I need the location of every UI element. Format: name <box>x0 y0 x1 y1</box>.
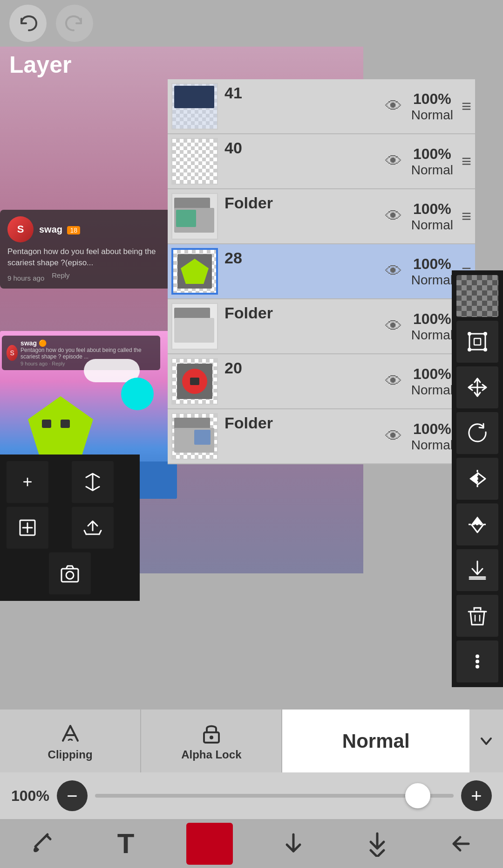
blend-mode-button[interactable]: Normal <box>282 710 469 772</box>
layer-visibility-toggle[interactable]: 👁 <box>385 262 402 281</box>
zoom-minus-button[interactable]: − <box>57 780 88 811</box>
layer-row[interactable]: Folder 👁 100% Normal ≡ <box>168 189 475 244</box>
flip-vertical-tool[interactable] <box>456 503 498 545</box>
top-bar <box>0 0 503 47</box>
text-tool-button[interactable]: T <box>102 823 149 865</box>
back-button[interactable] <box>438 823 484 865</box>
layer-row[interactable]: 41 👁 100% Normal ≡ <box>168 79 475 134</box>
add-layer-button[interactable]: + <box>7 461 48 503</box>
layer-row-selected[interactable]: 28 👁 100% Normal ≡ <box>168 244 475 299</box>
layer-menu-button[interactable]: ≡ <box>458 96 471 116</box>
svg-line-25 <box>47 835 50 839</box>
camera-button[interactable] <box>49 552 91 594</box>
layer-menu-button[interactable]: ≡ <box>458 152 471 171</box>
layer-menu-button[interactable]: ≡ <box>458 207 471 226</box>
redo-button[interactable] <box>56 5 93 42</box>
svg-point-18 <box>476 654 479 658</box>
rotate-tool[interactable] <box>456 412 498 454</box>
canvas-tools: + <box>0 455 140 601</box>
svg-point-9 <box>468 348 471 351</box>
bottom-nav: T <box>0 819 503 868</box>
send-down-button[interactable] <box>270 823 317 865</box>
layer-visibility-toggle[interactable]: 👁 <box>385 207 402 226</box>
merge-down-tool[interactable] <box>456 549 498 591</box>
svg-line-24 <box>35 834 48 847</box>
layer-opacity: 100% <box>411 90 453 108</box>
layer-opacity: 100% <box>411 420 453 438</box>
layer-blend-mode: Normal <box>411 273 453 288</box>
layer-number: 28 <box>224 247 242 267</box>
social-reply[interactable]: Reply <box>52 271 69 282</box>
svg-point-4 <box>66 572 74 579</box>
svg-point-10 <box>483 348 487 351</box>
clipping-label: Clipping <box>48 748 93 761</box>
send-bottom-button[interactable] <box>354 823 401 865</box>
zoom-thumb[interactable] <box>405 783 430 808</box>
layer-thumbnail <box>171 303 218 350</box>
svg-point-20 <box>476 665 479 668</box>
more-options-button[interactable] <box>456 641 498 682</box>
transform-tool[interactable] <box>456 321 498 363</box>
brush-tool-button[interactable] <box>19 823 65 865</box>
layer-number: 40 <box>224 137 242 157</box>
alpha-lock-button[interactable]: Alpha Lock <box>141 710 282 772</box>
layer-row[interactable]: 40 👁 100% Normal ≡ <box>168 134 475 189</box>
svg-point-19 <box>476 660 479 663</box>
undo-button[interactable] <box>9 5 47 42</box>
layer-thumbnail <box>171 83 218 130</box>
layer-number: Folder <box>224 192 273 212</box>
flip-button[interactable] <box>72 461 114 503</box>
layer-row[interactable]: Folder 👁 100% Normal ≡ <box>168 299 475 354</box>
svg-rect-6 <box>474 338 481 345</box>
layer-opacity: 100% <box>411 310 453 328</box>
layer-visibility-toggle[interactable]: 👁 <box>385 317 402 336</box>
export-button[interactable] <box>72 507 114 549</box>
add-mask-button[interactable] <box>7 507 48 549</box>
layer-thumbnail <box>171 358 218 405</box>
layer-opacity: 100% <box>411 365 453 383</box>
clipping-button[interactable]: Clipping <box>0 710 141 772</box>
blend-mode-label: Normal <box>342 730 410 752</box>
layer-number: 20 <box>224 357 242 377</box>
layer-panel: 41 👁 100% Normal ≡ 40 👁 100% Normal ≡ <box>168 79 475 464</box>
text-tool-icon: T <box>117 828 135 859</box>
layer-visibility-toggle[interactable]: 👁 <box>385 152 402 171</box>
preview-pentagon <box>28 396 93 462</box>
layer-blend-mode: Normal <box>411 383 453 398</box>
svg-point-8 <box>483 332 487 336</box>
layer-opacity: 100% <box>411 200 453 218</box>
layer-blend-mode: Normal <box>411 328 453 343</box>
svg-rect-3 <box>61 569 78 582</box>
flip-horizontal-tool[interactable] <box>456 458 498 500</box>
bottom-options-bar: Clipping Alpha Lock Normal <box>0 710 503 772</box>
social-time: 9 hours ago <box>7 274 44 282</box>
layer-number: Folder <box>224 412 273 432</box>
layer-visibility-toggle[interactable]: 👁 <box>385 372 402 391</box>
zoom-percentage: 100% <box>11 787 49 805</box>
layer-row[interactable]: Folder 👁 100% Normal ≡ <box>168 409 475 464</box>
layer-blend-mode: Normal <box>411 108 453 123</box>
layer-row[interactable]: 20 👁 100% Normal ≡ <box>168 354 475 409</box>
layer-opacity: 100% <box>411 255 453 273</box>
social-text: Pentagon how do you feel about being the… <box>7 246 170 269</box>
layer-title: Layer <box>9 51 71 78</box>
mini-text: Pentagon how do you feel about being cal… <box>20 347 156 360</box>
svg-rect-5 <box>469 334 485 350</box>
svg-point-7 <box>468 332 471 336</box>
layer-thumbnail-selected <box>171 248 218 295</box>
layer-visibility-toggle[interactable]: 👁 <box>385 96 402 116</box>
zoom-plus-button[interactable]: + <box>461 780 492 811</box>
layer-blend-mode: Normal <box>411 438 453 453</box>
move-tool[interactable] <box>456 366 498 408</box>
blend-mode-dropdown[interactable] <box>469 710 503 772</box>
layer-visibility-toggle[interactable]: 👁 <box>385 427 402 446</box>
transparency-tool[interactable] <box>456 275 498 317</box>
zoom-slider[interactable] <box>95 794 454 798</box>
layer-thumbnail <box>171 138 218 185</box>
layer-thumbnail <box>171 193 218 240</box>
delete-tool[interactable] <box>456 595 498 637</box>
color-swatch[interactable] <box>186 823 233 865</box>
mini-avatar: S <box>7 345 18 361</box>
svg-point-23 <box>210 736 213 739</box>
alpha-lock-label: Alpha Lock <box>181 748 241 761</box>
